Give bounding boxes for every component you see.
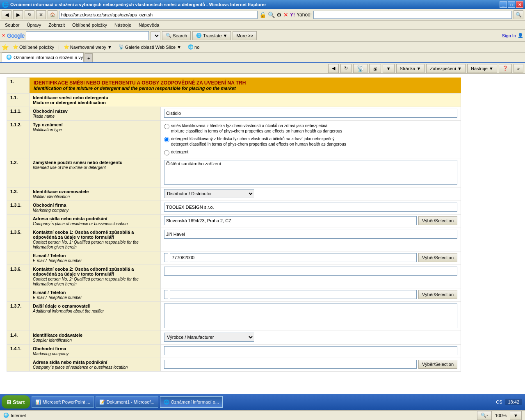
help-secondary-button[interactable]: ❓ (499, 64, 512, 73)
back-button[interactable]: ◀ (2, 10, 11, 19)
more-secondary-button[interactable]: » (514, 64, 523, 73)
row-1-3-7: 1.3.7. Další údaje o oznamovateli Additi… (7, 301, 461, 331)
menu-view[interactable]: Zobrazit (45, 21, 68, 29)
ie-icon: 🌐 (164, 399, 169, 404)
address-selection-button[interactable]: Výběr/Selection (418, 216, 457, 225)
windows-icon: ⊞ (7, 399, 11, 404)
taskbar-item-word[interactable]: 📝 Dokument1 - Microsof... (96, 396, 158, 404)
notification-type-option-3[interactable]: detergent (164, 149, 457, 155)
back-secondary-button[interactable]: ◀ (328, 64, 339, 73)
notification-type-group: směs klasifikovaná z hlediska fyz.chem v… (164, 122, 457, 156)
supplier-identification-select[interactable]: Výrobce / Manufacturer Distributor / Dis… (164, 333, 254, 342)
yahoo-search-input[interactable] (313, 11, 512, 19)
menu-edit[interactable]: Úpravy (23, 21, 44, 29)
search-button[interactable]: 🔍 Search (162, 31, 191, 40)
row-1-3-5: 1.3.5. Kontaktní osoba 1: Osoba odborně … (7, 228, 461, 251)
tools-button[interactable]: Nástroje ▼ (467, 64, 497, 73)
row-1-1-2: 1.1.2. Typ oznámení Notification type sm… (7, 120, 461, 158)
row-1-3-1: 1.3.1. Obchodní firma Marketing company (7, 201, 461, 214)
signin-area: Sign In 👤 (502, 33, 523, 38)
contact-person-2-input[interactable] (164, 267, 457, 276)
menu-help[interactable]: Nápověda (135, 21, 162, 29)
tab-main[interactable]: 🌐 Oznámení informací o složení a vybraný… (2, 52, 84, 62)
window-title: Oznámení informací o složení a vybraných… (10, 2, 266, 7)
favorites-bar: ⭐ ⭐ Oblíbené položky | ⭐ Navrhované weby… (0, 42, 525, 52)
favorites-item-4[interactable]: 🌐 no (185, 43, 202, 50)
print-button[interactable]: 🖨 (369, 64, 381, 73)
menu-favorites[interactable]: Oblíbené položky (69, 21, 110, 29)
refresh-secondary-button[interactable]: ↻ (340, 64, 352, 73)
toolbar-x-button[interactable]: ✕ (2, 33, 5, 38)
phone-input-2[interactable] (170, 290, 417, 299)
email-input-2[interactable] (164, 290, 168, 299)
phone-input-1[interactable] (170, 253, 417, 262)
page-icon: 🌐 (188, 44, 194, 50)
tab-bar: 🌐 Oznámení informací o složení a vybraný… (0, 52, 525, 63)
google-search-dropdown[interactable] (151, 31, 160, 40)
stop-button[interactable]: ✕ (36, 10, 46, 19)
home-button[interactable]: 🏠 (48, 10, 57, 19)
minimize-button[interactable]: _ (500, 1, 507, 8)
webslice-icon: 📡 (119, 44, 124, 50)
notifier-identification-select[interactable]: Distributor / Distributor Výrobce / Manu… (164, 189, 254, 198)
section-1-header: 1. IDENTIFIKACE SMĚSI NEBO DETERGENTU A … (7, 78, 461, 94)
row-1-3-1-address: Adresa sídla nebo místa podnikání Compan… (7, 214, 461, 228)
more-button[interactable]: More >> (233, 31, 257, 40)
notification-type-option-2[interactable]: detergent klasifikovaný z hlediska fyz.c… (164, 136, 457, 147)
page-button[interactable]: Stránka ▼ (396, 64, 425, 73)
contact-1-selection-button[interactable]: Výběr/Selection (418, 253, 457, 262)
row-1-1: 1.1. Identifikace směsi nebo detergentu … (7, 93, 461, 107)
trade-name-input[interactable] (164, 109, 457, 118)
row-1-1-1: 1.1.1. Obchodní název Trade name (7, 107, 461, 120)
favorites-item-3[interactable]: 📡 Galerie oblastí Web Slice ▼ (116, 43, 184, 50)
menu-bar: Soubor Úpravy Zobrazit Oblíbené položky … (0, 21, 525, 30)
row-1-4-1: 1.4.1. Obchodní firma Marketing company (7, 344, 461, 358)
google-search-input[interactable] (26, 31, 149, 40)
supplier-address-selection-button[interactable]: Výběr/Selection (418, 360, 457, 369)
start-button[interactable]: ⊞ Start (2, 395, 30, 404)
yahoo-search-button[interactable]: 🔍 (514, 10, 523, 19)
contact-2-selection-button[interactable]: Výběr/Selection (418, 290, 457, 299)
maximize-button[interactable]: □ (508, 1, 515, 8)
supplier-company-input[interactable] (164, 346, 457, 355)
translate-button[interactable]: 🌐 Translate ▼ (192, 31, 231, 40)
new-tab-button[interactable]: + (84, 53, 93, 62)
taskbar: ⊞ Start 📊 Microsoft PowerPoint ... 📝 Dok… (0, 394, 525, 404)
security-button[interactable]: Zabezpečení ▼ (426, 64, 466, 73)
rss-button[interactable]: 📡 (353, 64, 368, 73)
additional-info-textarea[interactable] (164, 304, 457, 328)
forward-button[interactable]: ▶ (13, 10, 23, 19)
notification-type-radio-1[interactable] (164, 124, 169, 129)
taskbar-date: CS (496, 399, 502, 404)
title-bar: 🌐 Oznámení informací o složení a vybraný… (0, 0, 525, 9)
refresh-button[interactable]: ↻ (25, 10, 34, 19)
menu-tools[interactable]: Nástroje (111, 21, 135, 29)
secondary-toolbar: ◀ ↻ 📡 🖨 ▼ Stránka ▼ Zabezpečení ▼ Nástro… (0, 63, 525, 74)
contact-person-1-input[interactable] (164, 230, 457, 239)
intended-use-textarea[interactable]: Čištění sanitárního zařízení (164, 160, 457, 185)
toolbar: ✕ Google 🔍 Search 🌐 Translate ▼ More >> … (0, 30, 525, 42)
signin-label[interactable]: Sign In (502, 33, 516, 38)
address-input[interactable] (59, 11, 258, 19)
address-bar: ◀ ▶ ↻ ✕ 🏠 🔒 🔍 ⚙ ✕ Y! Yahoo! 🔍 (0, 9, 525, 21)
close-button[interactable]: ✕ (516, 1, 523, 8)
address-input-field[interactable] (164, 216, 417, 225)
email-phone-group-2: Výběr/Selection (164, 290, 457, 299)
email-input-1[interactable] (164, 253, 168, 262)
row-1-3: 1.3. Identifikace oznamovatele Notifier … (7, 187, 461, 201)
notification-type-radio-2[interactable] (164, 137, 169, 142)
notification-type-radio-3[interactable] (164, 150, 169, 155)
notification-type-option-1[interactable]: směs klasifikovaná z hlediska fyz.chem v… (164, 123, 457, 134)
google-logo: Google (7, 32, 24, 39)
menu-file[interactable]: Soubor (2, 21, 23, 29)
favorites-item-1[interactable]: ⭐ Oblíbené položky (10, 43, 57, 50)
row-1-3-6: 1.3.6. Kontaktní osoba 2: Osoba odborně … (7, 265, 461, 288)
print-dropdown[interactable]: ▼ (383, 64, 395, 73)
taskbar-item-powerpoint[interactable]: 📊 Microsoft PowerPoint ... (32, 396, 94, 404)
row-1-3-6-contact: E-mail / Telefon E-mail / Telephone numb… (7, 288, 461, 301)
taskbar-item-ie[interactable]: 🌐 Oznámení informací o... (160, 396, 223, 404)
marketing-company-input[interactable] (164, 203, 457, 212)
supplier-address-input[interactable] (164, 360, 417, 369)
word-icon: 📝 (99, 399, 105, 404)
favorites-item-2[interactable]: ⭐ Navrhované weby ▼ (61, 43, 114, 50)
